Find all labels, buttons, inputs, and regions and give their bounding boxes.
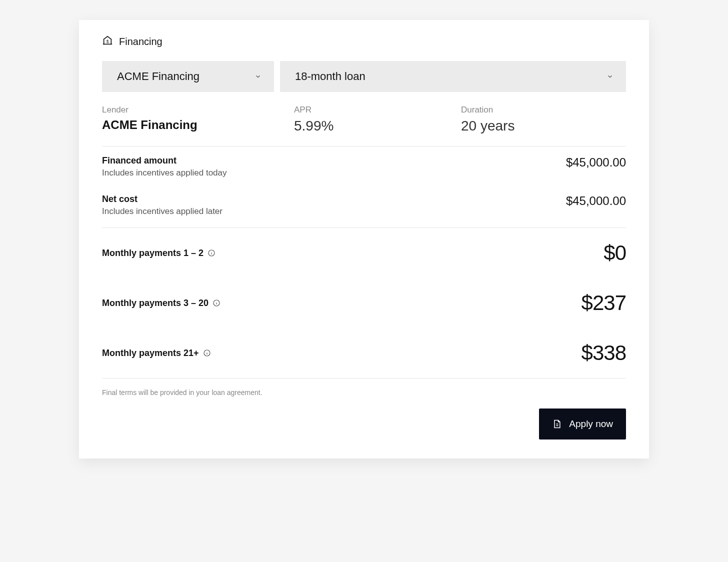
svg-text:$: $ bbox=[106, 40, 109, 44]
summary-duration: Duration 20 years bbox=[461, 105, 514, 134]
summary-apr: APR 5.99% bbox=[294, 105, 461, 134]
payment-label-1: Monthly payments 1 – 2 bbox=[102, 248, 204, 258]
lender-dropdown-label: ACME Financing bbox=[117, 70, 200, 83]
net-cost-sublabel: Includes incentives applied later bbox=[102, 206, 222, 216]
financed-amount-value: $45,000.00 bbox=[566, 156, 626, 170]
disclaimer-text: Final terms will be provided in your loa… bbox=[102, 378, 626, 408]
summary-duration-value: 20 years bbox=[461, 118, 514, 134]
summary-apr-label: APR bbox=[294, 105, 461, 115]
financed-amount-row: Financed amount Includes incentives appl… bbox=[102, 146, 626, 185]
net-cost-value: $45,000.00 bbox=[566, 194, 626, 208]
payment-value-2: $237 bbox=[582, 291, 626, 315]
apply-now-button[interactable]: Apply now bbox=[539, 408, 626, 440]
payment-value-3: $338 bbox=[582, 341, 626, 365]
payment-row-3: Monthly payments 21+ $338 bbox=[102, 328, 626, 378]
footer: Apply now bbox=[102, 408, 626, 440]
info-icon[interactable] bbox=[203, 349, 211, 357]
term-dropdown[interactable]: 18-month loan bbox=[280, 61, 626, 92]
net-cost-row: Net cost Includes incentives applied lat… bbox=[102, 185, 626, 228]
summary-duration-label: Duration bbox=[461, 105, 514, 115]
net-cost-label: Net cost bbox=[102, 194, 222, 204]
payment-row-1: Monthly payments 1 – 2 $0 bbox=[102, 228, 626, 278]
chevron-down-icon bbox=[254, 72, 262, 80]
financed-amount-label: Financed amount bbox=[102, 156, 227, 166]
summary-lender: Lender ACME Financing bbox=[102, 105, 294, 134]
summary-lender-label: Lender bbox=[102, 105, 294, 115]
payment-row-2: Monthly payments 3 – 20 $237 bbox=[102, 278, 626, 328]
term-dropdown-label: 18-month loan bbox=[295, 70, 366, 83]
document-icon bbox=[552, 419, 562, 429]
summary-row: Lender ACME Financing APR 5.99% Duration… bbox=[102, 105, 626, 134]
lender-dropdown[interactable]: ACME Financing bbox=[102, 61, 274, 92]
payment-label-3: Monthly payments 21+ bbox=[102, 348, 199, 358]
chevron-down-icon bbox=[606, 72, 614, 80]
financing-card: $ Financing ACME Financing 18-month loan… bbox=[79, 20, 649, 458]
dropdown-row: ACME Financing 18-month loan bbox=[102, 61, 626, 92]
info-icon[interactable] bbox=[208, 249, 216, 257]
payment-value-1: $0 bbox=[604, 241, 626, 265]
financing-icon: $ bbox=[102, 35, 113, 48]
card-header: $ Financing bbox=[102, 35, 626, 48]
info-icon[interactable] bbox=[212, 299, 220, 307]
payment-label-2: Monthly payments 3 – 20 bbox=[102, 298, 208, 308]
summary-lender-value: ACME Financing bbox=[102, 118, 294, 132]
financed-amount-sublabel: Includes incentives applied today bbox=[102, 168, 227, 178]
card-title: Financing bbox=[119, 36, 162, 48]
summary-apr-value: 5.99% bbox=[294, 118, 461, 134]
apply-button-label: Apply now bbox=[569, 418, 613, 430]
